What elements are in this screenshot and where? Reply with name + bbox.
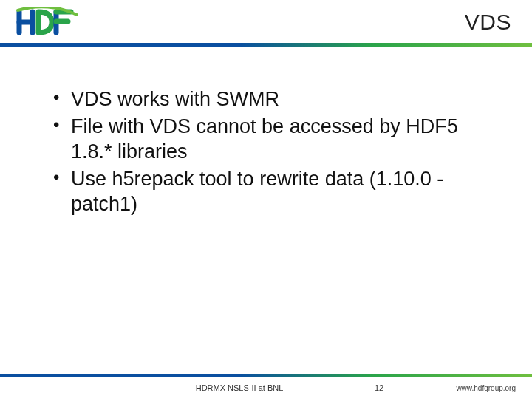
hdf-logo-icon: [16, 7, 80, 37]
footer-row: HDRMX NSLS-II at BNL 12 www.hdfgroup.org: [0, 377, 532, 399]
hdf-logo: [16, 7, 80, 37]
footer-left-text: HDRMX NSLS-II at BNL: [0, 383, 346, 392]
page-title: VDS: [465, 10, 511, 35]
footer-url: www.hdfgroup.org: [412, 384, 516, 392]
footer: HDRMX NSLS-II at BNL 12 www.hdfgroup.org: [0, 374, 532, 399]
slide: VDS VDS works with SWMR File with VDS ca…: [0, 0, 532, 399]
body: VDS works with SWMR File with VDS cannot…: [0, 47, 532, 399]
bullet-item: Use h5repack tool to rewrite data (1.10.…: [50, 166, 482, 217]
bullet-list: VDS works with SWMR File with VDS cannot…: [50, 86, 482, 217]
header: VDS: [0, 0, 532, 43]
page-number: 12: [346, 383, 412, 392]
bullet-item: VDS works with SWMR: [50, 86, 482, 112]
bullet-item: File with VDS cannot be accessed by HDF5…: [50, 114, 482, 165]
